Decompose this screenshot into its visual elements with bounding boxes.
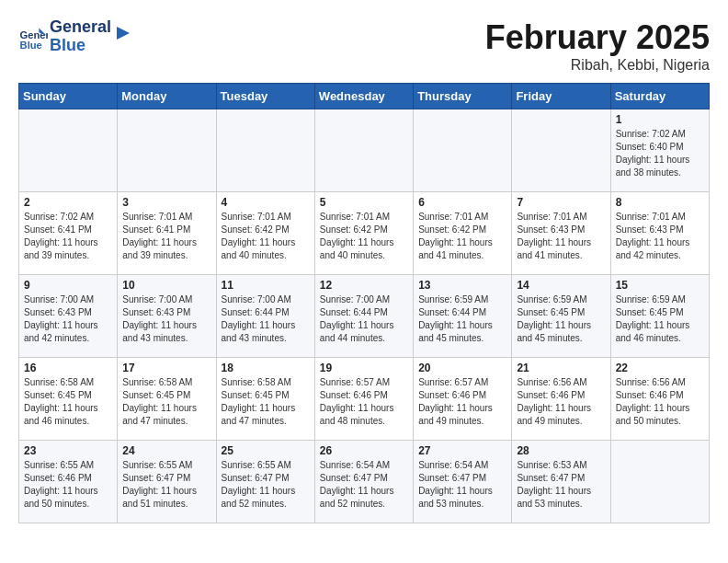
calendar-cell: 20Sunrise: 6:57 AM Sunset: 6:46 PM Dayli…	[414, 358, 512, 441]
day-info: Sunrise: 7:01 AM Sunset: 6:43 PM Dayligh…	[517, 211, 605, 262]
day-info: Sunrise: 7:01 AM Sunset: 6:42 PM Dayligh…	[222, 211, 310, 262]
day-info: Sunrise: 6:55 AM Sunset: 6:47 PM Dayligh…	[222, 459, 310, 511]
logo: General Blue General Blue	[18, 18, 133, 55]
day-info: Sunrise: 7:02 AM Sunset: 6:40 PM Dayligh…	[616, 128, 704, 179]
day-number: 12	[320, 279, 408, 292]
col-saturday: Saturday	[610, 84, 709, 109]
calendar-cell	[216, 109, 314, 192]
calendar-cell: 8Sunrise: 7:01 AM Sunset: 6:43 PM Daylig…	[610, 192, 709, 275]
day-number: 6	[418, 196, 506, 209]
calendar-body: 1Sunrise: 7:02 AM Sunset: 6:40 PM Daylig…	[19, 109, 710, 523]
calendar-cell	[512, 109, 610, 192]
day-number: 2	[24, 196, 112, 209]
calendar-cell: 10Sunrise: 7:00 AM Sunset: 6:43 PM Dayli…	[118, 275, 216, 358]
day-number: 15	[616, 279, 704, 292]
day-info: Sunrise: 6:59 AM Sunset: 6:44 PM Dayligh…	[418, 293, 506, 345]
calendar-cell: 5Sunrise: 7:01 AM Sunset: 6:42 PM Daylig…	[314, 192, 413, 275]
day-number: 3	[122, 196, 210, 209]
day-number: 19	[320, 362, 408, 374]
day-info: Sunrise: 6:58 AM Sunset: 6:45 PM Dayligh…	[122, 376, 210, 428]
calendar-cell: 1Sunrise: 7:02 AM Sunset: 6:40 PM Daylig…	[610, 109, 709, 192]
calendar-cell: 12Sunrise: 7:00 AM Sunset: 6:44 PM Dayli…	[314, 275, 413, 358]
day-number: 1	[616, 113, 704, 126]
day-number: 18	[222, 362, 310, 374]
day-info: Sunrise: 7:00 AM Sunset: 6:44 PM Dayligh…	[320, 293, 408, 345]
calendar-cell: 22Sunrise: 6:56 AM Sunset: 6:46 PM Dayli…	[610, 358, 709, 441]
day-number: 27	[418, 444, 506, 457]
logo-icon: General Blue	[18, 22, 48, 52]
day-number: 22	[616, 362, 704, 374]
day-info: Sunrise: 6:55 AM Sunset: 6:46 PM Dayligh…	[24, 459, 112, 511]
day-info: Sunrise: 6:56 AM Sunset: 6:46 PM Dayligh…	[517, 376, 605, 428]
day-number: 8	[616, 196, 704, 209]
calendar-cell: 28Sunrise: 6:53 AM Sunset: 6:47 PM Dayli…	[512, 441, 610, 523]
calendar-cell: 23Sunrise: 6:55 AM Sunset: 6:46 PM Dayli…	[19, 441, 118, 523]
day-number: 17	[122, 362, 210, 374]
day-info: Sunrise: 6:56 AM Sunset: 6:46 PM Dayligh…	[616, 376, 704, 428]
calendar-cell: 16Sunrise: 6:58 AM Sunset: 6:45 PM Dayli…	[19, 358, 118, 441]
svg-text:Blue: Blue	[20, 40, 42, 51]
col-thursday: Thursday	[414, 84, 512, 109]
page-header: General Blue General Blue February 2025 …	[18, 18, 710, 74]
col-tuesday: Tuesday	[216, 84, 314, 109]
calendar-cell: 2Sunrise: 7:02 AM Sunset: 6:41 PM Daylig…	[19, 192, 118, 275]
calendar-cell: 9Sunrise: 7:00 AM Sunset: 6:43 PM Daylig…	[19, 275, 118, 358]
calendar-cell: 18Sunrise: 6:58 AM Sunset: 6:45 PM Dayli…	[216, 358, 314, 441]
calendar-week-0: 1Sunrise: 7:02 AM Sunset: 6:40 PM Daylig…	[19, 109, 710, 192]
logo-line1: General	[50, 18, 111, 37]
day-info: Sunrise: 6:59 AM Sunset: 6:45 PM Dayligh…	[616, 293, 704, 345]
calendar-week-3: 16Sunrise: 6:58 AM Sunset: 6:45 PM Dayli…	[19, 358, 710, 441]
day-info: Sunrise: 6:53 AM Sunset: 6:47 PM Dayligh…	[517, 459, 605, 511]
day-number: 14	[517, 279, 605, 292]
day-number: 4	[222, 196, 310, 209]
calendar-cell: 4Sunrise: 7:01 AM Sunset: 6:42 PM Daylig…	[216, 192, 314, 275]
day-number: 9	[24, 279, 112, 292]
day-number: 26	[320, 444, 408, 457]
header-row: Sunday Monday Tuesday Wednesday Thursday…	[19, 84, 710, 109]
logo-arrow-icon	[113, 23, 133, 43]
calendar-cell: 14Sunrise: 6:59 AM Sunset: 6:45 PM Dayli…	[512, 275, 610, 358]
calendar-cell: 6Sunrise: 7:01 AM Sunset: 6:42 PM Daylig…	[414, 192, 512, 275]
calendar-cell: 25Sunrise: 6:55 AM Sunset: 6:47 PM Dayli…	[216, 441, 314, 523]
calendar-week-1: 2Sunrise: 7:02 AM Sunset: 6:41 PM Daylig…	[19, 192, 710, 275]
calendar-week-2: 9Sunrise: 7:00 AM Sunset: 6:43 PM Daylig…	[19, 275, 710, 358]
day-number: 7	[517, 196, 605, 209]
svg-marker-3	[117, 27, 130, 40]
calendar-subtitle: Ribah, Kebbi, Nigeria	[485, 57, 710, 74]
day-info: Sunrise: 7:00 AM Sunset: 6:44 PM Dayligh…	[222, 293, 310, 345]
day-number: 13	[418, 279, 506, 292]
col-sunday: Sunday	[19, 84, 118, 109]
day-number: 5	[320, 196, 408, 209]
day-info: Sunrise: 6:58 AM Sunset: 6:45 PM Dayligh…	[24, 376, 112, 428]
day-info: Sunrise: 6:57 AM Sunset: 6:46 PM Dayligh…	[320, 376, 408, 428]
day-number: 16	[24, 362, 112, 374]
day-info: Sunrise: 7:01 AM Sunset: 6:43 PM Dayligh…	[616, 211, 704, 262]
day-info: Sunrise: 7:02 AM Sunset: 6:41 PM Dayligh…	[24, 211, 112, 262]
calendar-cell: 19Sunrise: 6:57 AM Sunset: 6:46 PM Dayli…	[314, 358, 413, 441]
day-info: Sunrise: 6:58 AM Sunset: 6:45 PM Dayligh…	[222, 376, 310, 428]
day-number: 24	[122, 444, 210, 457]
col-friday: Friday	[512, 84, 610, 109]
calendar-cell	[314, 109, 413, 192]
day-info: Sunrise: 6:57 AM Sunset: 6:46 PM Dayligh…	[418, 376, 506, 428]
day-info: Sunrise: 7:01 AM Sunset: 6:42 PM Dayligh…	[320, 211, 408, 262]
calendar-cell: 27Sunrise: 6:54 AM Sunset: 6:47 PM Dayli…	[414, 441, 512, 523]
day-number: 11	[222, 279, 310, 292]
day-info: Sunrise: 6:55 AM Sunset: 6:47 PM Dayligh…	[122, 459, 210, 511]
col-wednesday: Wednesday	[314, 84, 413, 109]
calendar-cell: 17Sunrise: 6:58 AM Sunset: 6:45 PM Dayli…	[118, 358, 216, 441]
calendar-cell: 21Sunrise: 6:56 AM Sunset: 6:46 PM Dayli…	[512, 358, 610, 441]
calendar-title: February 2025	[485, 18, 710, 57]
calendar-cell: 3Sunrise: 7:01 AM Sunset: 6:41 PM Daylig…	[118, 192, 216, 275]
day-info: Sunrise: 7:00 AM Sunset: 6:43 PM Dayligh…	[24, 293, 112, 345]
day-number: 25	[222, 444, 310, 457]
svg-text:General: General	[20, 29, 48, 40]
day-number: 10	[122, 279, 210, 292]
day-info: Sunrise: 6:59 AM Sunset: 6:45 PM Dayligh…	[517, 293, 605, 345]
day-info: Sunrise: 7:01 AM Sunset: 6:42 PM Dayligh…	[418, 211, 506, 262]
day-info: Sunrise: 7:00 AM Sunset: 6:43 PM Dayligh…	[122, 293, 210, 345]
title-block: February 2025 Ribah, Kebbi, Nigeria	[485, 18, 710, 74]
day-number: 21	[517, 362, 605, 374]
calendar-cell	[610, 441, 709, 523]
calendar-header: Sunday Monday Tuesday Wednesday Thursday…	[19, 84, 710, 109]
